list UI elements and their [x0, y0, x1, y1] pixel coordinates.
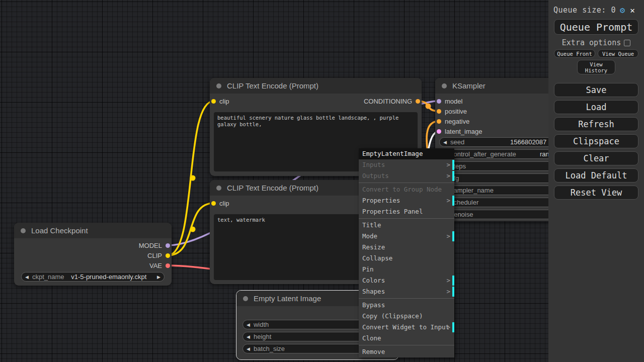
- output-port-model[interactable]: MODEL: [139, 241, 170, 250]
- input-port-clip[interactable]: clip: [211, 199, 229, 208]
- submenu-bar: [452, 231, 454, 241]
- node-title-bar[interactable]: Load Checkpoint: [14, 223, 172, 238]
- menu-item-convert-widget-to-input[interactable]: Convert Widget to Input >: [359, 322, 454, 333]
- menu-item-bypass[interactable]: Bypass: [359, 300, 454, 311]
- clipspace-button[interactable]: Clipspace: [554, 134, 638, 148]
- input-port-positive[interactable]: positive: [437, 107, 467, 116]
- settings-gear-icon[interactable]: ⚙: [620, 5, 625, 15]
- widget-value: v1-5-pruned-emaonly.ckpt: [64, 273, 154, 281]
- menu-item-convert-to-group-node[interactable]: Convert to Group Node: [359, 184, 454, 195]
- submenu-bar: [452, 276, 454, 286]
- widget-ckpt-name[interactable]: ◀ ckpt_name v1-5-pruned-emaonly.ckpt ▶: [21, 272, 165, 282]
- output-port-clip[interactable]: CLIP: [147, 251, 170, 260]
- menu-item-colors[interactable]: Colors >: [359, 275, 454, 286]
- menu-item-remove[interactable]: Remove: [359, 346, 454, 357]
- menu-item-clone[interactable]: Clone: [359, 333, 454, 344]
- submenu-bar: [452, 196, 454, 206]
- widget-value: 1566802087: [510, 138, 546, 146]
- context-menu: EmptyLatentImage Inputs > Outputs > Conv…: [359, 148, 454, 357]
- submenu-arrow-icon: >: [446, 231, 450, 242]
- node-collapse-dot[interactable]: [21, 228, 26, 233]
- port-label: clip: [219, 98, 229, 105]
- submenu-arrow-icon: >: [446, 286, 450, 297]
- node-collapse-dot[interactable]: [243, 296, 248, 301]
- port-dot-conditioning[interactable]: [416, 99, 420, 104]
- port-dot-vae[interactable]: [166, 263, 170, 268]
- port-label: model: [445, 98, 462, 105]
- widget-name: width: [254, 321, 269, 328]
- menu-item-properties-panel[interactable]: Properties Panel: [359, 206, 454, 217]
- widget-name: ckpt_name: [32, 273, 64, 281]
- menu-item-inputs[interactable]: Inputs >: [359, 159, 454, 170]
- load-button[interactable]: Load: [554, 100, 638, 114]
- node-title: Load Checkpoint: [31, 226, 88, 235]
- port-label: latent_image: [445, 128, 482, 135]
- node-title: CLIP Text Encode (Prompt): [227, 81, 318, 90]
- menu-item-collapse[interactable]: Collapse: [359, 253, 454, 264]
- node-collapse-dot[interactable]: [216, 83, 221, 88]
- widget-left-arrow-icon[interactable]: ◀: [243, 322, 254, 327]
- widget-left-arrow-icon[interactable]: ◀: [22, 275, 32, 280]
- output-port-conditioning[interactable]: CONDITIONING: [364, 97, 420, 106]
- port-dot-clip[interactable]: [166, 253, 170, 258]
- menu-item-pin[interactable]: Pin: [359, 264, 454, 275]
- refresh-button[interactable]: Refresh: [554, 117, 638, 131]
- port-dot-negative[interactable]: [437, 119, 441, 124]
- node-title: KSampler: [452, 81, 486, 90]
- input-port-negative[interactable]: negative: [437, 117, 469, 126]
- node-collapse-dot[interactable]: [442, 83, 447, 88]
- node-title: Empty Latent Image: [254, 294, 321, 303]
- queue-size-label: Queue size: 0: [553, 6, 616, 15]
- queue-prompt-button[interactable]: Queue Prompt: [554, 19, 638, 35]
- comfyui-app: CLIP Text Encode (Prompt) clip CONDITION…: [0, 0, 644, 362]
- extra-options-checkbox[interactable]: [624, 40, 630, 46]
- menu-item-mode[interactable]: Mode >: [359, 231, 454, 242]
- queue-front-button[interactable]: Queue Front: [554, 49, 595, 58]
- widget-left-arrow-icon[interactable]: ◀: [243, 346, 254, 351]
- menu-item-resize[interactable]: Resize: [359, 242, 454, 253]
- input-port-latent-image[interactable]: latent_image: [437, 127, 482, 136]
- port-label: clip: [219, 200, 229, 207]
- menu-item-copy-clipspace[interactable]: Copy (Clipspace): [359, 311, 454, 322]
- port-label: negative: [445, 118, 469, 125]
- input-port-model[interactable]: model: [437, 97, 462, 106]
- submenu-arrow-icon: >: [446, 159, 450, 170]
- node-title-bar[interactable]: CLIP Text Encode (Prompt): [210, 78, 422, 94]
- node-load-checkpoint[interactable]: Load Checkpoint MODEL CLIP VAE ◀ ckpt_na…: [14, 223, 172, 286]
- menu-separator: [359, 345, 454, 345]
- context-menu-title: EmptyLatentImage: [359, 148, 454, 159]
- port-dot-clip[interactable]: [211, 99, 216, 104]
- port-label: VAE: [149, 262, 162, 269]
- save-button[interactable]: Save: [554, 83, 638, 97]
- submenu-bar: [452, 322, 454, 332]
- port-dot-clip[interactable]: [211, 201, 216, 206]
- menu-item-outputs[interactable]: Outputs >: [359, 170, 454, 182]
- output-port-vae[interactable]: VAE: [149, 261, 170, 270]
- node-title: CLIP Text Encode (Prompt): [227, 184, 318, 192]
- reset-view-button[interactable]: Reset View: [554, 186, 638, 200]
- submenu-arrow-icon: >: [446, 322, 450, 333]
- port-dot-model[interactable]: [437, 99, 441, 104]
- load-default-button[interactable]: Load Default: [554, 168, 638, 183]
- widget-left-arrow-icon[interactable]: ◀: [440, 140, 450, 145]
- clear-button[interactable]: Clear: [554, 151, 638, 165]
- port-label: CONDITIONING: [364, 98, 412, 105]
- view-history-button[interactable]: View History: [577, 60, 615, 74]
- close-icon[interactable]: ✕: [630, 6, 635, 15]
- menu-item-shapes[interactable]: Shapes >: [359, 286, 454, 297]
- port-dot-model[interactable]: [166, 243, 170, 248]
- input-port-clip[interactable]: clip: [211, 97, 229, 106]
- port-dot-latent-image[interactable]: [437, 129, 441, 134]
- submenu-arrow-icon: >: [446, 195, 450, 206]
- menu-separator: [359, 183, 454, 183]
- menu-item-title[interactable]: Title: [359, 220, 454, 231]
- widget-left-arrow-icon[interactable]: ◀: [243, 334, 254, 339]
- widget-right-arrow-icon[interactable]: ▶: [153, 275, 164, 280]
- menu-item-properties[interactable]: Properties >: [359, 195, 454, 206]
- submenu-bar: [452, 160, 454, 170]
- widget-name: control_after_generate: [450, 150, 516, 158]
- widget-name: scheduler: [450, 199, 478, 206]
- port-dot-positive[interactable]: [437, 109, 441, 114]
- view-queue-button[interactable]: View Queue: [598, 49, 638, 58]
- node-collapse-dot[interactable]: [216, 186, 221, 191]
